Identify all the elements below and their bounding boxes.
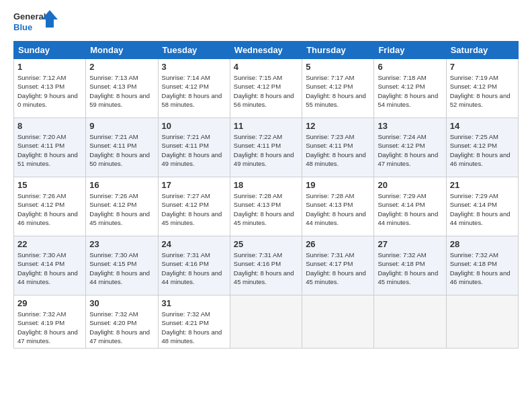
calendar-week-row: 15 Sunrise: 7:26 AM Sunset: 4:12 PM Dayl… <box>14 177 519 236</box>
day-info: Sunrise: 7:13 AM Sunset: 4:13 PM Dayligh… <box>89 73 154 109</box>
day-number: 19 <box>306 180 370 190</box>
calendar-week-row: 1 Sunrise: 7:12 AM Sunset: 4:13 PM Dayli… <box>14 59 519 118</box>
calendar-cell: 30 Sunrise: 7:32 AM Sunset: 4:20 PM Dayl… <box>86 295 158 349</box>
day-number: 12 <box>306 121 370 131</box>
calendar-cell: 5 Sunrise: 7:17 AM Sunset: 4:12 PM Dayli… <box>302 59 374 118</box>
day-number: 3 <box>162 62 226 72</box>
calendar-cell: 27 Sunrise: 7:32 AM Sunset: 4:18 PM Dayl… <box>374 236 446 295</box>
calendar-cell <box>374 295 446 349</box>
day-info: Sunrise: 7:19 AM Sunset: 4:12 PM Dayligh… <box>450 73 515 109</box>
calendar-cell: 9 Sunrise: 7:21 AM Sunset: 4:11 PM Dayli… <box>86 118 158 177</box>
day-header: Monday <box>86 42 158 59</box>
generalblue-logo-svg: General Blue <box>13 10 60 36</box>
day-info: Sunrise: 7:14 AM Sunset: 4:12 PM Dayligh… <box>162 73 226 109</box>
day-number: 4 <box>234 62 298 72</box>
calendar-cell: 1 Sunrise: 7:12 AM Sunset: 4:13 PM Dayli… <box>14 59 86 118</box>
day-number: 22 <box>17 239 82 249</box>
day-number: 23 <box>89 239 154 249</box>
day-info: Sunrise: 7:30 AM Sunset: 4:14 PM Dayligh… <box>17 250 82 286</box>
day-number: 15 <box>17 180 82 190</box>
day-number: 14 <box>450 121 515 131</box>
day-number: 13 <box>378 121 442 131</box>
day-info: Sunrise: 7:17 AM Sunset: 4:12 PM Dayligh… <box>306 73 370 109</box>
day-number: 31 <box>162 298 226 308</box>
day-number: 29 <box>17 298 82 308</box>
day-info: Sunrise: 7:29 AM Sunset: 4:14 PM Dayligh… <box>378 191 442 227</box>
day-number: 10 <box>162 121 226 131</box>
calendar-cell: 6 Sunrise: 7:18 AM Sunset: 4:12 PM Dayli… <box>374 59 446 118</box>
day-info: Sunrise: 7:32 AM Sunset: 4:19 PM Dayligh… <box>17 310 82 345</box>
day-info: Sunrise: 7:32 AM Sunset: 4:18 PM Dayligh… <box>378 250 442 286</box>
day-number: 21 <box>450 180 515 190</box>
calendar-cell: 22 Sunrise: 7:30 AM Sunset: 4:14 PM Dayl… <box>14 236 86 295</box>
day-number: 28 <box>450 239 515 249</box>
day-number: 25 <box>234 239 298 249</box>
calendar-week-row: 22 Sunrise: 7:30 AM Sunset: 4:14 PM Dayl… <box>14 236 519 295</box>
day-number: 26 <box>306 239 370 249</box>
day-number: 11 <box>234 121 298 131</box>
day-info: Sunrise: 7:31 AM Sunset: 4:16 PM Dayligh… <box>234 250 298 286</box>
day-number: 9 <box>89 121 154 131</box>
calendar-cell: 21 Sunrise: 7:29 AM Sunset: 4:14 PM Dayl… <box>446 177 518 236</box>
day-number: 17 <box>162 180 226 190</box>
day-number: 16 <box>89 180 154 190</box>
svg-text:Blue: Blue <box>13 22 32 32</box>
calendar-cell <box>230 295 302 349</box>
calendar-cell: 29 Sunrise: 7:32 AM Sunset: 4:19 PM Dayl… <box>14 295 86 349</box>
day-info: Sunrise: 7:31 AM Sunset: 4:16 PM Dayligh… <box>162 250 226 286</box>
calendar-cell: 31 Sunrise: 7:32 AM Sunset: 4:21 PM Dayl… <box>158 295 230 349</box>
day-number: 30 <box>89 298 154 308</box>
logo: General Blue <box>13 10 60 36</box>
calendar-cell: 19 Sunrise: 7:28 AM Sunset: 4:13 PM Dayl… <box>302 177 374 236</box>
calendar-cell <box>446 295 518 349</box>
day-info: Sunrise: 7:28 AM Sunset: 4:13 PM Dayligh… <box>306 191 370 227</box>
calendar-cell: 20 Sunrise: 7:29 AM Sunset: 4:14 PM Dayl… <box>374 177 446 236</box>
day-number: 7 <box>450 62 515 72</box>
day-info: Sunrise: 7:18 AM Sunset: 4:12 PM Dayligh… <box>378 73 442 109</box>
calendar-cell: 12 Sunrise: 7:23 AM Sunset: 4:11 PM Dayl… <box>302 118 374 177</box>
day-info: Sunrise: 7:25 AM Sunset: 4:12 PM Dayligh… <box>450 132 515 168</box>
calendar-cell: 8 Sunrise: 7:20 AM Sunset: 4:11 PM Dayli… <box>14 118 86 177</box>
calendar-cell: 15 Sunrise: 7:26 AM Sunset: 4:12 PM Dayl… <box>14 177 86 236</box>
calendar-cell: 28 Sunrise: 7:32 AM Sunset: 4:18 PM Dayl… <box>446 236 518 295</box>
calendar-cell: 2 Sunrise: 7:13 AM Sunset: 4:13 PM Dayli… <box>86 59 158 118</box>
day-number: 24 <box>162 239 226 249</box>
calendar-week-row: 8 Sunrise: 7:20 AM Sunset: 4:11 PM Dayli… <box>14 118 519 177</box>
day-info: Sunrise: 7:29 AM Sunset: 4:14 PM Dayligh… <box>450 191 515 227</box>
day-info: Sunrise: 7:24 AM Sunset: 4:12 PM Dayligh… <box>378 132 442 168</box>
day-header: Tuesday <box>158 42 230 59</box>
calendar-cell: 13 Sunrise: 7:24 AM Sunset: 4:12 PM Dayl… <box>374 118 446 177</box>
calendar-cell: 18 Sunrise: 7:28 AM Sunset: 4:13 PM Dayl… <box>230 177 302 236</box>
day-info: Sunrise: 7:26 AM Sunset: 4:12 PM Dayligh… <box>17 191 82 227</box>
day-info: Sunrise: 7:31 AM Sunset: 4:17 PM Dayligh… <box>306 250 370 286</box>
day-info: Sunrise: 7:22 AM Sunset: 4:11 PM Dayligh… <box>234 132 298 168</box>
calendar-cell: 3 Sunrise: 7:14 AM Sunset: 4:12 PM Dayli… <box>158 59 230 118</box>
calendar-cell: 4 Sunrise: 7:15 AM Sunset: 4:12 PM Dayli… <box>230 59 302 118</box>
day-info: Sunrise: 7:21 AM Sunset: 4:11 PM Dayligh… <box>162 132 226 168</box>
calendar-week-row: 29 Sunrise: 7:32 AM Sunset: 4:19 PM Dayl… <box>14 295 519 349</box>
calendar-cell: 16 Sunrise: 7:26 AM Sunset: 4:12 PM Dayl… <box>86 177 158 236</box>
svg-text:General: General <box>13 11 46 21</box>
header-row: SundayMondayTuesdayWednesdayThursdayFrid… <box>14 42 519 59</box>
day-info: Sunrise: 7:21 AM Sunset: 4:11 PM Dayligh… <box>89 132 154 168</box>
day-info: Sunrise: 7:28 AM Sunset: 4:13 PM Dayligh… <box>234 191 298 227</box>
calendar-cell: 11 Sunrise: 7:22 AM Sunset: 4:11 PM Dayl… <box>230 118 302 177</box>
day-number: 18 <box>234 180 298 190</box>
day-info: Sunrise: 7:23 AM Sunset: 4:11 PM Dayligh… <box>306 132 370 168</box>
day-info: Sunrise: 7:30 AM Sunset: 4:15 PM Dayligh… <box>89 250 154 286</box>
calendar-cell: 23 Sunrise: 7:30 AM Sunset: 4:15 PM Dayl… <box>86 236 158 295</box>
day-info: Sunrise: 7:32 AM Sunset: 4:18 PM Dayligh… <box>450 250 515 286</box>
day-header: Thursday <box>302 42 374 59</box>
header: General Blue <box>13 10 519 36</box>
page: General Blue SundayMondayTuesdayWednesda… <box>0 0 532 411</box>
day-header: Saturday <box>446 42 518 59</box>
day-number: 27 <box>378 239 442 249</box>
calendar-cell: 17 Sunrise: 7:27 AM Sunset: 4:12 PM Dayl… <box>158 177 230 236</box>
day-header: Wednesday <box>230 42 302 59</box>
calendar-cell <box>302 295 374 349</box>
day-info: Sunrise: 7:15 AM Sunset: 4:12 PM Dayligh… <box>234 73 298 109</box>
day-info: Sunrise: 7:32 AM Sunset: 4:21 PM Dayligh… <box>162 310 226 345</box>
day-info: Sunrise: 7:20 AM Sunset: 4:11 PM Dayligh… <box>17 132 82 168</box>
day-number: 2 <box>89 62 154 72</box>
day-number: 5 <box>306 62 370 72</box>
